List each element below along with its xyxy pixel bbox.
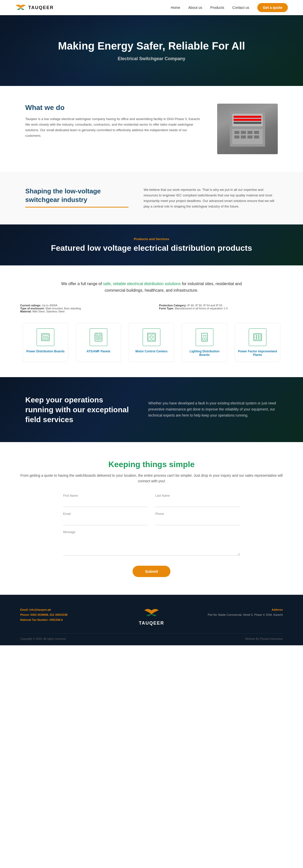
footer-ntn-value: 6481336-6 xyxy=(49,618,63,621)
footer-address: Address Plot No: Badar Commercial, Stree… xyxy=(164,608,283,618)
footer-logo-icon xyxy=(144,608,159,619)
nav-about[interactable]: About us xyxy=(189,6,202,10)
svg-rect-13 xyxy=(254,135,259,138)
footer-address-label: Address xyxy=(164,608,283,613)
spec-current-value: Up to 4000A xyxy=(42,304,57,307)
field-services-description: Whether you have developed a fault in yo… xyxy=(148,400,278,418)
nav-links: Home About us Products Contact us Get a … xyxy=(171,3,288,12)
svg-rect-29 xyxy=(152,334,155,337)
power-factor-icon xyxy=(249,328,266,346)
svg-rect-2 xyxy=(234,116,261,118)
hero-heading: Making Energy Safer, Reliable For All xyxy=(58,40,245,52)
power-dist-icon xyxy=(37,328,54,346)
field-services-left: Keep your operations running with our ex… xyxy=(25,395,133,424)
shaping-left: Shaping the low-voltage switchgear indus… xyxy=(25,187,129,208)
featured-heading: Featured low voltage electrical distribu… xyxy=(10,243,293,253)
field-services-section: Keep your operations running with our ex… xyxy=(0,377,303,442)
svg-rect-10 xyxy=(234,135,239,138)
switchboard-svg xyxy=(227,109,268,149)
switchboard-image xyxy=(217,104,278,154)
shaping-section: Shaping the low-voltage switchgear indus… xyxy=(0,172,303,224)
footer-credit: Website By Parasol Interactive xyxy=(245,637,283,640)
message-field: Message xyxy=(63,530,240,556)
message-label: Message xyxy=(63,530,75,534)
svg-rect-35 xyxy=(203,338,204,340)
product-ats[interactable]: ATS/AMF Panels xyxy=(76,323,121,362)
power-factor-label: Power Factor Improvement Plants xyxy=(238,349,277,356)
email-label: Email xyxy=(63,512,71,516)
footer-bottom: Copyright © 2020. All rights reserved. W… xyxy=(20,633,283,640)
hero-subheading: Electrical Switchgear Company xyxy=(118,56,185,61)
spec-material-label: Material: xyxy=(20,310,32,313)
switchboard-graphic xyxy=(217,104,278,154)
motor-label: Motor Control Centers xyxy=(135,349,167,353)
ats-icon xyxy=(90,328,107,346)
svg-rect-27 xyxy=(147,333,156,341)
svg-rect-8 xyxy=(247,131,252,134)
svg-rect-24 xyxy=(99,334,101,335)
submit-button[interactable]: Submit xyxy=(133,566,171,577)
svg-rect-6 xyxy=(234,131,239,134)
spec-current: Current ratings: Up to 4000A xyxy=(20,304,144,307)
svg-rect-11 xyxy=(241,135,246,138)
field-services-heading: Keep your operations running with our ex… xyxy=(25,395,133,424)
footer: Email: info@tauqeer.pk Phone: 0302 30396… xyxy=(0,595,303,645)
ats-svg xyxy=(94,332,104,342)
nav-home[interactable]: Home xyxy=(171,6,180,10)
products-grid: Power Distribution Boards ATS/AMF Panels xyxy=(20,323,283,362)
phone-input[interactable] xyxy=(155,517,240,525)
specs-right: Protection Category: IP 40, IP 50, IP 54… xyxy=(159,304,283,313)
svg-rect-31 xyxy=(152,338,155,340)
svg-point-34 xyxy=(205,335,207,336)
last-name-label: Last Name xyxy=(155,494,170,497)
svg-rect-4 xyxy=(234,122,261,124)
contact-section: Keeping things simple From getting a quo… xyxy=(0,442,303,595)
product-lighting[interactable]: Lighting Distribution Boards xyxy=(182,323,227,362)
first-name-field: First Name xyxy=(63,494,148,507)
spec-enclosure: Type of enclosure: Wall-mounted, floor-s… xyxy=(20,307,144,310)
product-motor[interactable]: Motor Control Centers xyxy=(129,323,174,362)
svg-rect-3 xyxy=(234,119,261,121)
form-row-contact: Email Phone xyxy=(63,512,240,525)
svg-rect-19 xyxy=(47,338,48,339)
logo-text: TAUQEER xyxy=(28,5,54,10)
logo-icon xyxy=(15,4,26,12)
what-we-do-section: What we do Tauqeer is a low voltage elec… xyxy=(0,86,303,172)
svg-rect-36 xyxy=(205,338,207,340)
footer-email-label: Email: xyxy=(20,608,29,611)
footer-copyright: Copyright © 2020. All rights reserved. xyxy=(20,637,66,640)
get-quote-button[interactable]: Get a quote xyxy=(257,3,288,12)
logo[interactable]: TAUQEER xyxy=(15,4,54,12)
footer-center: TAUQEER xyxy=(139,608,164,626)
what-we-do-heading: What we do xyxy=(25,104,202,112)
spec-protection: Protection Category: IP 40, IP 50, IP 54… xyxy=(159,304,283,307)
svg-rect-26 xyxy=(96,339,101,340)
last-name-input[interactable] xyxy=(155,499,240,507)
email-input[interactable] xyxy=(63,517,148,525)
nav-products[interactable]: Products xyxy=(210,6,224,10)
power-factor-svg xyxy=(252,332,263,342)
shaping-right: We believe that our work represents us. … xyxy=(144,187,278,209)
motor-icon xyxy=(143,328,160,346)
spec-protection-value: IP 40, IP 50, IP 54 and IP 55 xyxy=(187,304,223,307)
nav-contact[interactable]: Contact us xyxy=(232,6,249,10)
spec-form-value: Manufactured in all forms of separation … xyxy=(175,307,228,310)
contact-form: First Name Last Name Email Phone Message xyxy=(63,494,240,577)
first-name-input[interactable] xyxy=(63,499,148,507)
power-dist-label: Power Distribution Boards xyxy=(26,349,64,353)
product-power-factor[interactable]: Power Factor Improvement Plants xyxy=(235,323,280,362)
product-power-dist[interactable]: Power Distribution Boards xyxy=(23,323,68,362)
message-input[interactable] xyxy=(63,535,240,556)
form-row-message: Message xyxy=(63,530,240,556)
lighting-svg xyxy=(199,332,209,342)
svg-rect-7 xyxy=(241,131,246,134)
svg-rect-30 xyxy=(148,338,151,340)
footer-top: Email: info@tauqeer.pk Phone: 0302 30396… xyxy=(20,608,283,626)
svg-rect-18 xyxy=(45,338,46,339)
section-label: Products and Services xyxy=(10,237,293,241)
field-services-right: Whether you have developed a fault in yo… xyxy=(148,400,278,418)
featured-header: Products and Services Featured low volta… xyxy=(0,224,303,266)
specs-left: Current ratings: Up to 4000A Type of enc… xyxy=(20,304,144,313)
spec-form-label: Form Type: xyxy=(159,307,175,310)
phone-label: Phone xyxy=(155,512,164,516)
